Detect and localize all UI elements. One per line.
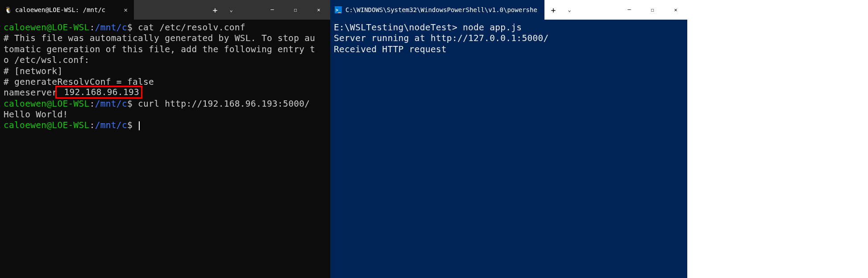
output-line: # This file was automatically generated … bbox=[4, 33, 327, 44]
output-line: Server running at http://127.0.0.1:5000/ bbox=[334, 33, 684, 44]
prompt-line: caloewen@LOE-WSL:/mnt/c$ cat /etc/resolv… bbox=[4, 22, 327, 33]
tab-dropdown-button[interactable]: ⌄ bbox=[562, 0, 577, 20]
close-window-button[interactable]: ✕ bbox=[307, 0, 330, 20]
titlebar-divider bbox=[238, 0, 261, 20]
command: cat /etc/resolv.conf bbox=[138, 22, 245, 33]
powershell-terminal-window: >_ C:\WINDOWS\System32\WindowsPowerShell… bbox=[330, 0, 687, 278]
wsl-tab-title: caloewen@LOE-WSL: /mnt/c bbox=[15, 6, 119, 13]
output-line: nameserver 192.168.96.193 bbox=[4, 87, 327, 98]
prompt-line: caloewen@LOE-WSL:/mnt/c$ curl http://192… bbox=[4, 99, 327, 109]
prompt-line: E:\WSLTesting\nodeTest> node app.js bbox=[334, 22, 684, 33]
output-line: o /etc/wsl.conf: bbox=[4, 55, 327, 66]
command: node app.js bbox=[463, 22, 522, 33]
wsl-titlebar: 🐧 caloewen@LOE-WSL: /mnt/c ✕ + ⌄ ─ ☐ ✕ bbox=[0, 0, 330, 20]
maximize-button[interactable]: ☐ bbox=[641, 0, 664, 20]
wsl-terminal-window: 🐧 caloewen@LOE-WSL: /mnt/c ✕ + ⌄ ─ ☐ ✕ c… bbox=[0, 0, 330, 278]
user-host: caloewen@LOE-WSL bbox=[4, 22, 90, 33]
powershell-window-controls: ─ ☐ ✕ bbox=[618, 0, 687, 20]
prompt-line: caloewen@LOE-WSL:/mnt/c$ bbox=[4, 120, 327, 131]
output-line: # [network] bbox=[4, 66, 327, 77]
user-host: caloewen@LOE-WSL bbox=[4, 120, 90, 130]
wsl-tab[interactable]: 🐧 caloewen@LOE-WSL: /mnt/c ✕ bbox=[0, 0, 134, 20]
cursor bbox=[139, 121, 140, 130]
path: /mnt/c bbox=[95, 120, 127, 130]
powershell-terminal-content[interactable]: E:\WSLTesting\nodeTest> node app.js Serv… bbox=[330, 20, 687, 278]
path: /mnt/c bbox=[95, 22, 127, 33]
user-host: caloewen@LOE-WSL bbox=[4, 99, 90, 109]
path: /mnt/c bbox=[95, 99, 127, 109]
powershell-titlebar-controls: + ⌄ bbox=[544, 0, 577, 20]
close-tab-icon[interactable]: ✕ bbox=[122, 6, 129, 13]
ps-path: E:\WSLTesting\nodeTest> bbox=[334, 22, 457, 33]
tux-icon: 🐧 bbox=[4, 6, 12, 13]
highlighted-ip: 192.168.96.193 bbox=[55, 86, 142, 99]
close-window-button[interactable]: ✕ bbox=[664, 0, 687, 20]
new-tab-button[interactable]: + bbox=[206, 0, 224, 20]
output-line: # generateResolvConf = false bbox=[4, 77, 327, 87]
powershell-icon: >_ bbox=[335, 6, 342, 13]
minimize-button[interactable]: ─ bbox=[618, 0, 641, 20]
new-tab-button[interactable]: + bbox=[544, 0, 562, 20]
powershell-tab[interactable]: >_ C:\WINDOWS\System32\WindowsPowerShell… bbox=[330, 0, 544, 20]
wsl-terminal-content[interactable]: caloewen@LOE-WSL:/mnt/c$ cat /etc/resolv… bbox=[0, 20, 330, 278]
maximize-button[interactable]: ☐ bbox=[284, 0, 307, 20]
output-line: Received HTTP request bbox=[334, 44, 684, 55]
output-line: Hello World! bbox=[4, 109, 327, 120]
minimize-button[interactable]: ─ bbox=[261, 0, 284, 20]
powershell-tab-title: C:\WINDOWS\System32\WindowsPowerShell\v1… bbox=[345, 6, 540, 13]
output-line: tomatic generation of this file, add the… bbox=[4, 44, 327, 55]
tab-dropdown-button[interactable]: ⌄ bbox=[224, 0, 238, 20]
powershell-titlebar: >_ C:\WINDOWS\System32\WindowsPowerShell… bbox=[330, 0, 687, 20]
command: curl http://192.168.96.193:5000/ bbox=[138, 99, 310, 109]
wsl-titlebar-controls: + ⌄ ─ ☐ ✕ bbox=[206, 0, 330, 20]
